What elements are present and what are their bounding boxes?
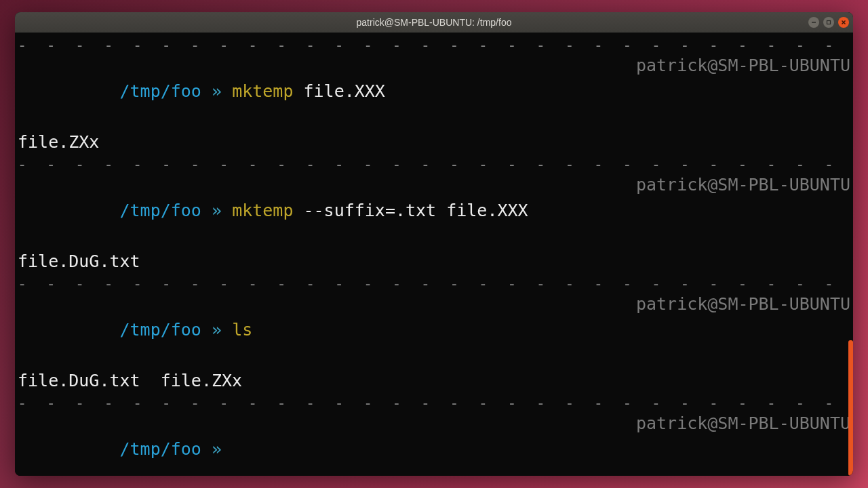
divider: - - - - - - - - - - - - - - - - - - - - … xyxy=(18,37,850,53)
prompt-line: /tmp/foo » mktemp file.XXX patrick@SM-PB… xyxy=(18,53,850,129)
terminal-body[interactable]: - - - - - - - - - - - - - - - - - - - - … xyxy=(15,33,853,476)
host-label: patrick@SM-PBL-UBUNTU xyxy=(636,172,850,198)
maximize-button[interactable] xyxy=(823,17,834,28)
command: mktemp xyxy=(232,201,293,220)
titlebar[interactable]: patrick@SM-PBL-UBUNTU: /tmp/foo xyxy=(15,12,853,33)
host-label: patrick@SM-PBL-UBUNTU xyxy=(636,53,850,79)
command-args: --suffix=.txt file.XXX xyxy=(304,201,528,220)
svg-rect-1 xyxy=(827,21,831,24)
prompt-symbol: » xyxy=(212,320,222,340)
cwd: /tmp/foo xyxy=(120,81,201,101)
divider: - - - - - - - - - - - - - - - - - - - - … xyxy=(18,394,850,411)
command-block: /tmp/foo » mktemp file.XXX patrick@SM-PB… xyxy=(18,53,850,155)
terminal-window: patrick@SM-PBL-UBUNTU: /tmp/foo - - - - … xyxy=(15,12,853,476)
host-label: patrick@SM-PBL-UBUNTU xyxy=(636,291,850,317)
prompt-line: /tmp/foo » ls patrick@SM-PBL-UBUNTU xyxy=(18,291,850,368)
command: ls xyxy=(232,320,252,340)
command-block: /tmp/foo » patrick@SM-PBL-UBUNTU xyxy=(18,411,850,476)
command-output: file.ZXx xyxy=(18,129,850,155)
window-controls xyxy=(808,17,849,28)
command-block: /tmp/foo » mktemp --suffix=.txt file.XXX… xyxy=(18,172,850,274)
prompt-symbol: » xyxy=(212,201,222,220)
command-output: file.DuG.txt file.ZXx xyxy=(18,368,850,394)
cwd: /tmp/foo xyxy=(120,439,201,459)
command-block: /tmp/foo » ls patrick@SM-PBL-UBUNTU file… xyxy=(18,291,850,393)
host-label: patrick@SM-PBL-UBUNTU xyxy=(636,411,850,436)
prompt-symbol: » xyxy=(212,439,222,459)
command-output: file.DuG.txt xyxy=(18,249,850,274)
prompt-symbol: » xyxy=(212,81,222,101)
divider: - - - - - - - - - - - - - - - - - - - - … xyxy=(18,275,850,291)
minimize-button[interactable] xyxy=(808,17,819,28)
prompt-line: /tmp/foo » patrick@SM-PBL-UBUNTU xyxy=(18,411,850,476)
command: mktemp xyxy=(232,81,293,101)
close-button[interactable] xyxy=(838,17,849,28)
divider: - - - - - - - - - - - - - - - - - - - - … xyxy=(18,156,850,172)
cwd: /tmp/foo xyxy=(120,201,201,220)
cwd: /tmp/foo xyxy=(120,320,201,340)
command-args: file.XXX xyxy=(304,81,385,101)
scrollbar[interactable] xyxy=(848,340,853,476)
window-title: patrick@SM-PBL-UBUNTU: /tmp/foo xyxy=(357,17,512,28)
prompt-line: /tmp/foo » mktemp --suffix=.txt file.XXX… xyxy=(18,172,850,249)
